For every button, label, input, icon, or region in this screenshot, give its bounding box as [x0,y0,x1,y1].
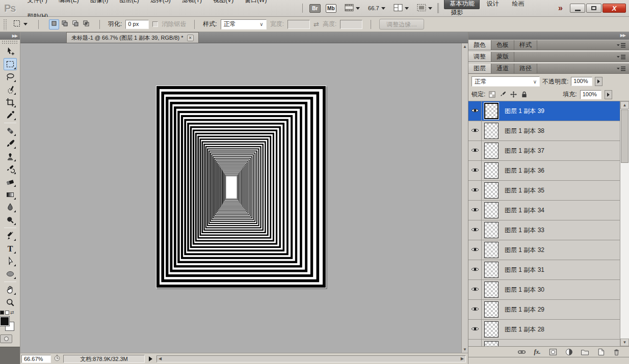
canvas-vertical-scrollbar[interactable]: ▲ ▼ [461,43,468,353]
layer-name[interactable]: 图层 1 副本 36 [505,166,544,175]
hand-tool[interactable] [4,284,17,296]
layer-thumbnail[interactable] [484,222,499,238]
crop-tool[interactable] [4,96,17,108]
layer-visibility-toggle[interactable] [468,340,482,346]
layer-visibility-toggle[interactable] [468,201,482,220]
workspace-basic[interactable]: 基本功能 [444,0,480,9]
layer-visibility-toggle[interactable] [468,240,482,260]
quick-mask-button[interactable] [0,334,12,343]
layer-row[interactable]: 图层 1 副本 33 [468,220,620,240]
height-input[interactable] [340,20,362,29]
layer-visibility-toggle[interactable] [468,260,482,279]
layer-name[interactable]: 图层 1 副本 29 [505,305,544,314]
layer-thumbnail[interactable] [484,162,499,179]
layer-row[interactable]: 图层 1 副本 30 [468,280,620,300]
brush-tool[interactable] [4,137,17,150]
layer-row[interactable]: 图层 1 副本 39 [468,101,620,121]
color-tab[interactable]: 颜色 [468,40,491,50]
layer-thumbnail[interactable] [484,182,499,199]
eraser-tool[interactable] [4,176,17,188]
history-brush-tool[interactable] [4,163,17,175]
layer-row[interactable]: 图层 1 副本 38 [468,121,620,141]
lock-transparency-button[interactable] [488,91,496,98]
foreground-color-swatch[interactable] [0,317,9,326]
layer-thumbnail[interactable] [484,202,499,218]
width-input[interactable] [287,20,310,29]
layer-visibility-toggle[interactable] [468,220,482,240]
panel-menu-icon[interactable] [617,54,626,60]
canvas-horizontal-scrollbar[interactable]: ◀ ▶ [156,355,466,362]
pen-tool[interactable] [4,230,17,242]
layer-name[interactable]: 图层 1 副本 30 [505,286,544,294]
menu-item-8[interactable]: 窗口(W) [239,0,272,4]
layer-thumbnail[interactable] [484,123,499,139]
layer-visibility-toggle[interactable] [468,280,482,299]
blur-tool[interactable] [4,201,17,213]
layer-thumbnail[interactable] [484,282,499,298]
adjust-tab[interactable]: 调整 [468,52,491,62]
layer-style-button[interactable]: fx. [533,348,542,356]
layer-visibility-toggle[interactable] [468,320,482,339]
new-group-button[interactable] [580,348,589,356]
workspace-overflow-icon[interactable]: » [558,4,563,13]
gradient-tool[interactable] [4,188,17,201]
panel-menu-icon[interactable] [617,66,626,71]
adjust-tab[interactable]: 蒙版 [491,52,514,62]
color-tab[interactable]: 样式 [514,40,537,50]
status-zoom-input[interactable]: 66.67% [21,355,51,363]
add-to-selection-button[interactable] [60,19,70,30]
zoom-level-dropdown[interactable]: 66.7 [368,5,385,11]
layer-name[interactable]: 图层 1 副本 37 [505,147,544,155]
scroll-up-icon[interactable]: ▲ [463,43,467,50]
new-layer-button[interactable] [596,348,605,356]
anti-alias-checkbox[interactable] [152,21,158,27]
new-selection-button[interactable] [49,19,59,30]
blend-mode-select[interactable]: 正常 ∨ [471,76,540,87]
tools-panel-collapse[interactable]: ▶▶ [0,32,20,40]
direct-selection-tool[interactable] [4,255,17,267]
layer-row[interactable]: 图层 1 副本 34 [468,201,620,220]
opacity-slider-button[interactable] [595,77,602,86]
layer-thumbnail[interactable] [484,143,499,159]
menu-item-6[interactable]: 滤镜(T) [176,0,207,4]
layer-name[interactable]: 图层 1 副本 39 [505,107,544,116]
layer-row[interactable]: 图层 1 副本 37 [468,141,620,161]
opacity-input[interactable]: 100% [571,77,592,86]
layer-row[interactable]: 图层 1 副本 35 [468,181,620,201]
color-tab[interactable]: 色板 [491,40,514,50]
ellipse-tool[interactable] [4,268,17,280]
document-canvas-artwork[interactable] [156,86,326,288]
screen-mode-dropdown[interactable] [417,4,432,13]
menu-item-2[interactable]: 编辑(E) [53,0,85,4]
layer-visibility-toggle[interactable] [468,181,482,200]
delete-layer-button[interactable] [612,348,621,356]
eyedropper-tool[interactable] [4,109,17,121]
layer-row[interactable]: 图层 1 副本 29 [468,300,620,320]
layers-tab[interactable]: 图层 [468,64,491,73]
layers-tab[interactable]: 通道 [491,64,514,73]
layer-name[interactable]: 图层 1 副本 38 [505,127,544,135]
adjustment-layer-button[interactable] [564,348,573,356]
workspace-painting[interactable]: 绘画 [505,0,531,7]
fill-input[interactable]: 100% [580,90,601,99]
canvas[interactable] [20,43,461,353]
spot-healing-brush-tool[interactable] [4,125,17,137]
dodge-tool[interactable] [4,214,17,226]
tab-close-icon[interactable]: ✕ [187,35,194,41]
layer-visibility-toggle[interactable] [468,141,482,160]
move-tool[interactable] [4,45,17,58]
mini-bridge-button[interactable]: Mb [326,4,337,13]
style-select[interactable]: 正常 ∨ [221,19,267,30]
workspace-photography[interactable]: 摄影 [444,9,469,16]
lock-all-button[interactable] [520,91,528,98]
arrange-documents-dropdown[interactable] [394,4,409,13]
feather-input[interactable]: 0 px [125,20,149,29]
subtract-from-selection-button[interactable] [70,19,81,30]
clone-stamp-tool[interactable] [4,150,17,162]
layers-scrollbar[interactable]: ▲ ▼ [620,101,629,346]
layer-row[interactable]: 图层 1 副本 27 [468,340,620,346]
options-bar-grip[interactable] [3,19,7,30]
layer-visibility-toggle[interactable] [468,121,482,141]
rectangular-marquee-tool[interactable] [4,58,17,70]
layer-name[interactable]: 图层 1 副本 32 [505,246,544,255]
